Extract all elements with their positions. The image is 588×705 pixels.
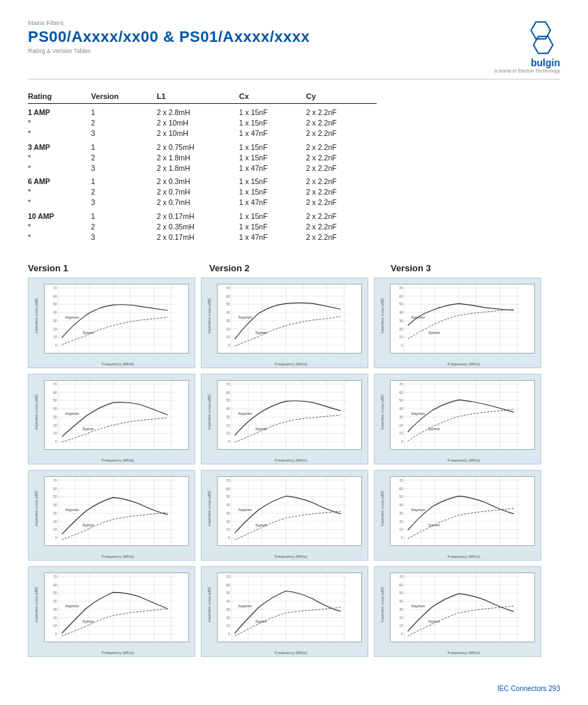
- svg-text:Symm: Symm: [428, 619, 440, 623]
- chart-xlabel: Frequency (MHz): [44, 651, 192, 655]
- svg-text:20: 20: [53, 328, 57, 331]
- rating-cell: 6 AMP: [28, 173, 91, 187]
- svg-text:Asymm: Asymm: [66, 508, 80, 512]
- chart-box: Insertion Loss (dB)7060504030201000.10.5…: [374, 278, 541, 368]
- svg-text:Asymm: Asymm: [66, 411, 80, 416]
- l1-cell: 2 x 0.75mH: [157, 139, 239, 153]
- chart-svg: 7060504030201000.10.51.05.01050100AsymmS…: [45, 477, 188, 545]
- svg-text:0: 0: [228, 632, 230, 636]
- svg-text:10: 10: [53, 335, 57, 339]
- svg-text:50: 50: [399, 303, 403, 306]
- chart-xlabel: Frequency (MHz): [390, 554, 538, 559]
- svg-text:Symm: Symm: [82, 619, 94, 623]
- table-row: 3 AMP12 x 0.75mH1 x 15nF2 x 2.2nF: [28, 139, 377, 153]
- svg-text:60: 60: [226, 584, 230, 587]
- cy-cell: 2 x 2.2nF: [306, 162, 377, 173]
- svg-text:Asymm: Asymm: [412, 508, 425, 512]
- svg-text:Asymm: Asymm: [239, 315, 252, 319]
- charts-row: Insertion Loss (dB)7060504030201000.10.5…: [28, 374, 560, 464]
- svg-text:50: 50: [226, 591, 230, 595]
- cy-cell: 2 x 2.2nF: [306, 187, 377, 197]
- svg-text:Symm: Symm: [255, 427, 267, 431]
- svg-text:Asymm: Asymm: [412, 604, 425, 608]
- svg-text:60: 60: [53, 584, 57, 587]
- svg-text:0: 0: [228, 536, 230, 540]
- svg-text:60: 60: [226, 295, 230, 298]
- table-row: *22 x 10mH1 x 15nF2 x 2.2nF: [28, 118, 377, 128]
- svg-text:30: 30: [226, 416, 230, 419]
- chart-xlabel: Frequency (MHz): [217, 651, 365, 655]
- cx-cell: 1 x 15nF: [239, 104, 306, 118]
- chart-xlabel: Frequency (MHz): [44, 458, 192, 462]
- version-cell: 2: [91, 221, 157, 232]
- svg-text:60: 60: [53, 295, 57, 298]
- svg-text:0: 0: [55, 536, 57, 540]
- svg-text:0: 0: [401, 440, 403, 444]
- svg-text:30: 30: [53, 608, 57, 612]
- cx-cell: 1 x 15nF: [239, 208, 306, 222]
- chart-svg: 7060504030201000.10.51.05.01050100AsymmS…: [45, 573, 188, 642]
- col-cx: Cx: [239, 91, 306, 104]
- logo-brand: bulgin: [531, 57, 560, 68]
- svg-text:50: 50: [53, 591, 57, 595]
- version-cell: 3: [91, 162, 157, 173]
- cy-cell: 2 x 2.2nF: [306, 232, 377, 242]
- svg-text:40: 40: [399, 503, 403, 507]
- charts-grid: Insertion Loss (dB)7060504030201000.10.5…: [28, 278, 560, 657]
- chart-ylabel: Insertion Loss (dB): [29, 374, 43, 450]
- chart-inner: 7060504030201000.10.51.05.01050100AsymmS…: [390, 284, 535, 354]
- l1-cell: 2 x 0.17mH: [157, 232, 239, 242]
- table-row: 1 AMP12 x 2.8mH1 x 15nF2 x 2.2nF: [28, 104, 377, 118]
- svg-text:Symm: Symm: [255, 619, 267, 623]
- col-l1: L1: [157, 91, 239, 104]
- l1-cell: 2 x 1.8mH: [157, 152, 239, 162]
- chart-box: Insertion Loss (dB)7060504030201000.10.5…: [374, 566, 541, 657]
- svg-text:40: 40: [53, 600, 57, 603]
- svg-text:0: 0: [401, 344, 403, 347]
- chart-svg: 7060504030201000.10.51.05.01050100AsymmS…: [391, 573, 534, 642]
- bulgin-logo-icon: [524, 20, 560, 56]
- svg-text:40: 40: [226, 311, 230, 314]
- svg-text:70: 70: [53, 383, 57, 386]
- table-row: *32 x 10mH1 x 47nF2 x 2.2nF: [28, 128, 377, 139]
- svg-text:Asymm: Asymm: [239, 604, 252, 608]
- chart-inner: 7060504030201000.10.51.05.01050100AsymmS…: [390, 476, 535, 546]
- header-tagline: Rating & Version Tables: [28, 47, 310, 54]
- cx-cell: 1 x 47nF: [239, 232, 306, 242]
- chart-svg: 7060504030201000.10.51.05.01050100AsymmS…: [45, 381, 188, 449]
- svg-text:10: 10: [53, 528, 57, 531]
- chart-xlabel: Frequency (MHz): [390, 458, 538, 462]
- svg-text:Symm: Symm: [82, 427, 94, 431]
- chart-xlabel: Frequency (MHz): [390, 651, 538, 655]
- svg-text:50: 50: [226, 399, 230, 402]
- chart-xlabel: Frequency (MHz): [44, 554, 192, 559]
- svg-text:50: 50: [53, 303, 57, 306]
- cy-cell: 2 x 2.2nF: [306, 128, 377, 139]
- chart-box: Insertion Loss (dB)7060504030201000.10.5…: [28, 566, 195, 657]
- l1-cell: 2 x 0.7mH: [157, 197, 239, 208]
- svg-text:Symm: Symm: [428, 427, 440, 431]
- svg-text:50: 50: [226, 495, 230, 499]
- svg-text:10: 10: [226, 528, 230, 531]
- rating-cell: 1 AMP: [28, 104, 91, 118]
- l1-cell: 2 x 0.7mH: [157, 187, 239, 197]
- logo-area: bulgin a brand of Electon Technology: [495, 20, 560, 73]
- svg-text:40: 40: [399, 600, 403, 603]
- svg-text:40: 40: [53, 503, 57, 507]
- svg-text:10: 10: [226, 432, 230, 435]
- svg-text:50: 50: [399, 495, 403, 499]
- chart-svg: 7060504030201000.10.51.05.01050100AsymmS…: [391, 285, 534, 353]
- version-cell: 1: [91, 208, 157, 222]
- svg-text:0: 0: [401, 536, 403, 540]
- chart-inner: 7060504030201000.10.51.05.01050100AsymmS…: [390, 573, 535, 642]
- version-cell: 3: [91, 197, 157, 208]
- version-cell: 3: [91, 232, 157, 242]
- header-left: Mains Filters PS00/Axxxx/xx00 & PS01/Axx…: [28, 20, 310, 54]
- svg-text:40: 40: [53, 407, 57, 411]
- svg-text:40: 40: [226, 600, 230, 603]
- svg-text:Asymm: Asymm: [239, 411, 252, 416]
- page: Mains Filters PS00/Axxxx/xx00 & PS01/Axx…: [0, 0, 588, 705]
- rating-cell: *: [28, 197, 91, 208]
- cx-cell: 1 x 15nF: [239, 152, 306, 162]
- chart-ylabel: Insertion Loss (dB): [29, 471, 43, 546]
